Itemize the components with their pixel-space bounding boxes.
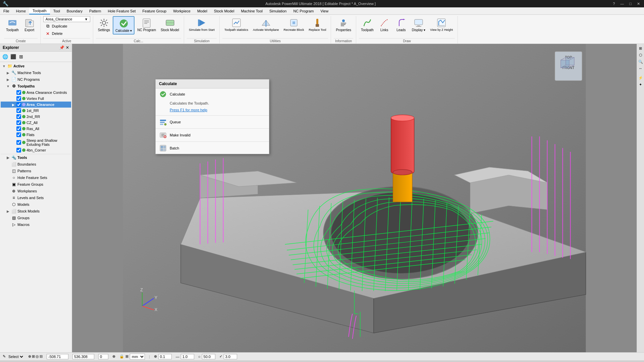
machine-tools-expander[interactable]: ▶	[6, 71, 10, 75]
unit-select[interactable]: mm inch	[130, 354, 145, 360]
ribbon-btn-stock-model[interactable]: Stock Model	[159, 16, 181, 33]
macros-expander[interactable]: ▶	[6, 223, 10, 227]
ribbon-btn-simulate[interactable]: Simulate from Start	[187, 16, 217, 33]
tree-item-4bn-corner[interactable]: 4bn_Corner	[1, 147, 71, 153]
tree-item-feature-groups[interactable]: ▶ ▣ Feature Groups	[1, 181, 71, 188]
area-clearance-checkbox[interactable]	[16, 102, 21, 107]
val2-input[interactable]	[181, 354, 194, 359]
right-panel-btn-5[interactable]: ⚡	[638, 75, 644, 81]
tree-item-workplanes[interactable]: ▶ ⊕ Workplanes	[1, 188, 71, 194]
minimize-button[interactable]: —	[619, 2, 625, 6]
ribbon-btn-links[interactable]: Links	[376, 16, 392, 33]
ribbon-btn-toolpath-create[interactable]: Toolpath	[4, 16, 21, 33]
active-expander[interactable]: ▼	[2, 64, 6, 68]
tree-item-nc-programs[interactable]: ▶ 📄 NC Programs	[1, 76, 71, 83]
delete-btn[interactable]: ✕ Delete	[43, 30, 65, 37]
menu-hole-feature-set[interactable]: Hole Feature Set	[104, 7, 139, 14]
tree-item-area-clearance-controls[interactable]: Area Clearance Controls	[1, 89, 71, 96]
tree-item-groups[interactable]: ▶ ▧ Groups	[1, 215, 71, 221]
rr1-checkbox[interactable]	[16, 108, 21, 113]
maximize-button[interactable]: □	[628, 2, 633, 6]
tree-item-2nd-rr[interactable]: 2nd_RR	[1, 114, 71, 120]
patterns-expander[interactable]: ▶	[6, 169, 10, 173]
ribbon-btn-recreate-block[interactable]: Recreate Block	[281, 16, 306, 33]
ribbon-btn-settings[interactable]: Settings	[96, 16, 112, 33]
toolpath-active-dropdown[interactable]: Area_Clearance ▼	[43, 16, 90, 22]
menu-boundary[interactable]: Boundary	[63, 7, 86, 14]
menu-simulation[interactable]: Simulation	[266, 7, 290, 14]
tree-item-models[interactable]: ▶ ⬡ Models	[1, 201, 71, 208]
hfs-expander[interactable]: ▶	[6, 176, 10, 180]
tree-item-area-clearance[interactable]: ▶ Area_Clearance	[1, 102, 71, 108]
menu-toolpath[interactable]: Toolpath	[29, 7, 50, 14]
tree-item-patterns[interactable]: ▶ ◫ Patterns	[1, 168, 71, 174]
ribbon-btn-export[interactable]: Export	[21, 16, 38, 33]
tree-item-vortex-full[interactable]: Vortex Full	[1, 96, 71, 102]
menu-pattern[interactable]: Pattern	[86, 7, 104, 14]
snap-icon-1[interactable]: ⊕	[28, 354, 31, 359]
tree-item-levels-sets[interactable]: ▶ ≡ Levels and Sets	[1, 194, 71, 201]
right-panel-btn-3[interactable]: 🔍	[638, 59, 644, 65]
menu-view[interactable]: View	[317, 7, 332, 14]
viewport[interactable]: TOP FRONT Y X Z	[72, 44, 637, 352]
ribbon-btn-properties[interactable]: Properties	[334, 16, 353, 33]
tree-item-hole-feature-sets[interactable]: ▶ ○ Hole Feature Sets	[1, 174, 71, 181]
menu-stock-model[interactable]: Stock Model	[211, 7, 238, 14]
flats-checkbox[interactable]	[16, 132, 21, 137]
tree-item-tools[interactable]: ▶ 🔩 Tools	[1, 154, 71, 161]
tree-item-steep-shallow[interactable]: Steep and Shallow Exluding Flats	[1, 138, 71, 147]
dropdown-arrow[interactable]: ▼	[85, 17, 88, 21]
tree-item-ras-all[interactable]: Ras_All	[1, 126, 71, 132]
tree-item-cz-all[interactable]: CZ_All	[1, 120, 71, 126]
tree-item-stock-models[interactable]: ▶ ⬜ Stock Models	[1, 208, 71, 215]
menu-nc-program[interactable]: NC Program	[290, 7, 317, 14]
close-button[interactable]: ✕	[636, 2, 641, 6]
menu-tool[interactable]: Tool	[50, 7, 63, 14]
dropdown-item-queue[interactable]: Queue	[156, 116, 269, 128]
right-panel-btn-2[interactable]: ⬡	[638, 52, 644, 58]
nc-programs-expander[interactable]: ▶	[6, 77, 10, 81]
coord-y-input[interactable]: 536.308	[72, 354, 94, 359]
groups-expander[interactable]: ▶	[6, 216, 10, 220]
coord-x-input[interactable]: -508.71	[47, 354, 68, 359]
menu-model[interactable]: Model	[194, 7, 211, 14]
coord-z-input[interactable]: 0	[98, 354, 108, 359]
tree-item-boundaries[interactable]: ▶ ⬜ Boundaries	[1, 161, 71, 168]
right-panel-btn-1[interactable]: ⊞	[638, 45, 644, 51]
snap-icon-4[interactable]: ⊟	[40, 354, 43, 359]
ribbon-btn-view-by-z-height[interactable]: View by Z Height	[428, 16, 455, 33]
tree-item-macros[interactable]: ▶ ▷ Macros	[1, 221, 71, 228]
toolpaths-expander[interactable]: ▼	[6, 84, 10, 88]
tree-item-toolpaths[interactable]: ▼ ⚙ Toolpaths	[1, 83, 71, 89]
sm-expander[interactable]: ▶	[6, 209, 10, 213]
cz-checkbox[interactable]	[16, 120, 21, 125]
val1-input[interactable]	[158, 354, 172, 359]
tools-expander[interactable]: ▶	[6, 156, 10, 160]
menu-feature-group[interactable]: Feature Group	[139, 7, 170, 14]
area-cc-checkbox[interactable]	[16, 90, 21, 95]
ribbon-btn-draw-toolpath[interactable]: Toolpath	[359, 16, 376, 33]
fg-expander[interactable]: ▶	[6, 182, 10, 186]
ribbon-btn-activate-workplane[interactable]: Activate Workplane	[251, 16, 281, 33]
explorer-close-btn[interactable]: ✕	[66, 45, 69, 50]
ribbon-btn-toolpath-stats[interactable]: Toolpath statistics	[222, 16, 250, 33]
menu-file[interactable]: File	[0, 7, 13, 14]
right-panel-btn-6[interactable]: ✦	[638, 81, 644, 87]
ribbon-btn-display[interactable]: Display ▾	[410, 16, 428, 33]
tree-item-machine-tools[interactable]: ▶ 🔧 Machine Tools	[1, 69, 71, 76]
title-bar-controls[interactable]: ? — □ ✕	[611, 2, 641, 6]
duplicate-btn[interactable]: ⧉ Duplicate	[43, 23, 69, 29]
area-clearance-expander[interactable]: ▶	[11, 103, 15, 107]
menu-workpiece[interactable]: Workpiece	[170, 7, 194, 14]
tree-item-1st-rr[interactable]: 1st_RR	[1, 108, 71, 114]
calculate-help[interactable]: Press F1 for more help	[156, 107, 269, 115]
boundaries-expander[interactable]: ▶	[6, 162, 10, 166]
val4-input[interactable]	[224, 354, 237, 359]
steep-checkbox[interactable]	[16, 140, 21, 145]
snap-icon-2[interactable]: ⊞	[32, 354, 35, 359]
val3-input[interactable]	[202, 354, 215, 359]
explorer-grid-btn[interactable]: ⊞	[17, 53, 25, 60]
corner-checkbox[interactable]	[16, 148, 21, 153]
menu-machine-tool[interactable]: Machine Tool	[237, 7, 266, 14]
ras-checkbox[interactable]	[16, 126, 21, 131]
